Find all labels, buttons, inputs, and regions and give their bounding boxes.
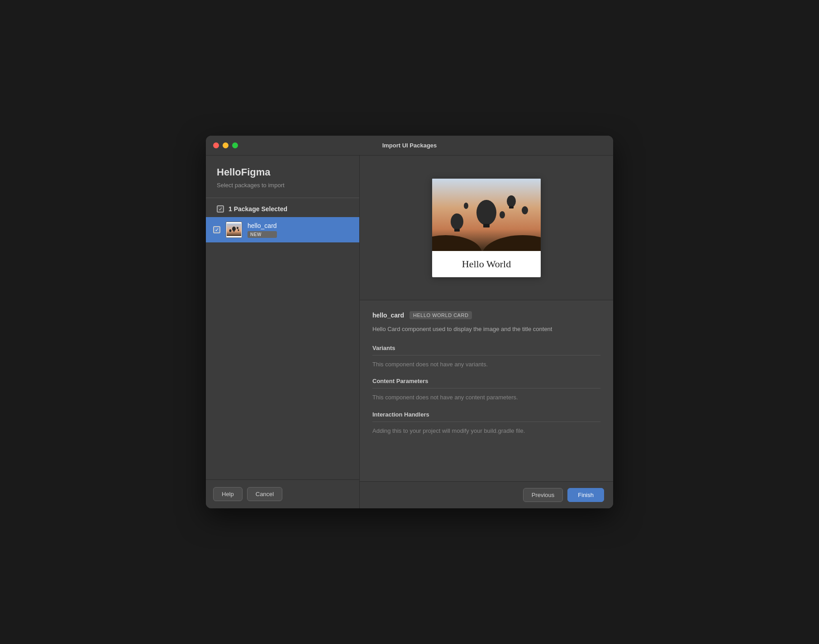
- detail-section-handlers: Interaction Handlers Adding this to your…: [372, 411, 600, 436]
- window-title: Import UI Packages: [382, 142, 437, 149]
- package-item[interactable]: ✓: [206, 217, 359, 242]
- checkmark-icon: ✓: [219, 207, 223, 212]
- sidebar: HelloFigma Select packages to import ✓ 1…: [206, 156, 360, 508]
- svg-rect-12: [454, 229, 460, 232]
- detail-section-variants: Variants This component does not have an…: [372, 345, 600, 369]
- cancel-button[interactable]: Cancel: [247, 487, 282, 501]
- close-button[interactable]: [213, 142, 219, 148]
- card-preview: Hello World: [432, 179, 541, 277]
- svg-point-11: [451, 213, 463, 230]
- variants-title: Variants: [372, 345, 600, 355]
- package-selected-row: ✓ 1 Package Selected: [206, 205, 359, 213]
- package-list: ✓: [206, 217, 359, 479]
- interaction-handlers-body: Adding this to your project will modify …: [372, 426, 600, 436]
- main-footer: Previous Finish: [360, 481, 613, 508]
- svg-point-4: [237, 227, 238, 229]
- card-image: [432, 179, 541, 251]
- variants-body: This component does not have any variant…: [372, 360, 600, 369]
- titlebar: Import UI Packages: [206, 136, 613, 156]
- package-selected-label: 1 Package Selected: [229, 205, 287, 213]
- svg-point-3: [229, 229, 232, 232]
- content-params-body: This component does not have any content…: [372, 393, 600, 402]
- sidebar-divider: [206, 198, 359, 198]
- detail-section-content: Content Parameters This component does n…: [372, 378, 600, 402]
- svg-point-17: [500, 211, 505, 218]
- interaction-handlers-title: Interaction Handlers: [372, 411, 600, 422]
- svg-rect-2: [233, 231, 235, 232]
- sidebar-footer: Help Cancel: [206, 479, 359, 508]
- package-thumbnail: [226, 222, 242, 238]
- detail-header: hello_card HELLO WORLD CARD: [372, 311, 600, 319]
- main-panel: Hello World hello_card HELLO WORLD CARD …: [360, 156, 613, 508]
- help-button[interactable]: Help: [213, 487, 243, 501]
- svg-rect-10: [483, 224, 490, 227]
- svg-point-1: [232, 227, 236, 231]
- preview-area: Hello World: [360, 156, 613, 300]
- svg-point-15: [522, 206, 528, 214]
- maximize-button[interactable]: [232, 142, 238, 148]
- sidebar-subtitle: Select packages to import: [206, 182, 359, 189]
- traffic-lights: [213, 142, 238, 148]
- main-window: Import UI Packages HelloFigma Select pac…: [206, 136, 613, 508]
- card-image-inner: [432, 179, 541, 251]
- finish-button[interactable]: Finish: [567, 488, 604, 502]
- detail-package-name: hello_card: [372, 312, 404, 319]
- content-params-title: Content Parameters: [372, 378, 600, 388]
- package-name: hello_card: [248, 222, 277, 229]
- select-all-checkbox[interactable]: ✓: [217, 205, 224, 213]
- minimize-button[interactable]: [223, 142, 229, 148]
- package-badge: NEW: [248, 231, 277, 238]
- package-checkbox[interactable]: ✓: [213, 226, 220, 233]
- package-info: hello_card NEW: [248, 222, 277, 238]
- svg-point-13: [507, 195, 516, 207]
- content-area: HelloFigma Select packages to import ✓ 1…: [206, 156, 613, 508]
- checkmark-icon: ✓: [215, 227, 219, 233]
- detail-description: Hello Card component used to display the…: [372, 325, 600, 334]
- detail-area: hello_card HELLO WORLD CARD Hello Card c…: [360, 300, 613, 481]
- svg-point-16: [464, 203, 468, 209]
- previous-button[interactable]: Previous: [523, 488, 563, 502]
- card-title: Hello World: [432, 251, 541, 277]
- svg-rect-14: [509, 206, 514, 208]
- svg-point-5: [238, 229, 239, 231]
- svg-point-9: [476, 200, 496, 225]
- sidebar-title: HelloFigma: [206, 166, 359, 178]
- detail-tag: HELLO WORLD CARD: [410, 311, 472, 319]
